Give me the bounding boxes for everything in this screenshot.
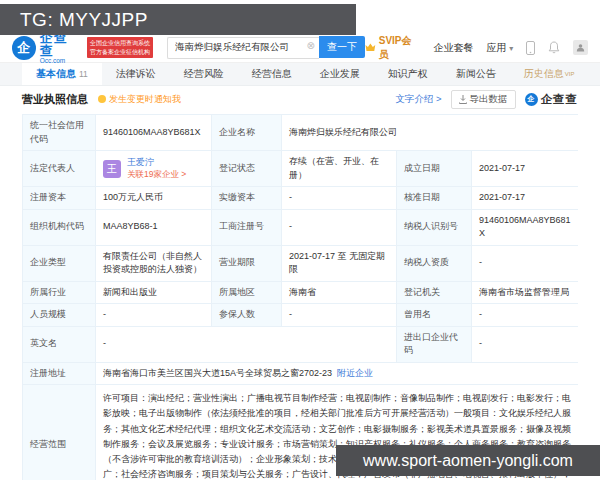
est-date-value: 2021-07-17 [472,151,579,186]
english-name-label: 英文名 [23,327,96,362]
tab-risk[interactable]: 经营风险 [170,63,238,85]
tab-legal[interactable]: 法律诉讼 [102,63,170,85]
insured-count-value: - [282,304,397,326]
biz-term-label: 营业期限 [212,246,282,281]
website-ad-banner: www.sport-aomen-yongli.com [336,445,600,476]
legal-rep-label: 法定代表人 [23,151,96,186]
taxpayer-id-value: 91460106MAA8YB681X [472,210,579,245]
company-tabbar: 基本信息 11 法律诉讼 经营风险 经营信息 企业发展 知识产权 新闻公告 历史… [0,63,600,86]
business-license-table: 统一社会信用代码 91460106MAA8YB681X 企业名称 海南烨归娱乐经… [22,114,578,480]
taxpayer-quality-value: - [472,246,579,281]
section-title: 营业执照信息 [22,92,88,107]
clear-search-icon[interactable]: ⊗ [307,41,315,51]
qcc-logo-icon: 企 [12,36,36,60]
tab-intellectual-property[interactable]: 知识产权 [374,63,442,85]
reg-authority-value: 海南省市场监督管理局 [472,282,579,304]
table-row: 注册资本 100万元人民币 实缴资本 - 核准日期 2021-07-17 [23,187,577,210]
qcc-watermark-logo: 企 企查查 [525,92,579,107]
taxpayer-quality-label: 纳税人资质 [397,246,472,281]
tab-history[interactable]: 历史信息VIP [510,63,589,85]
import-export-code-label: 进出口企业代码 [397,327,472,362]
table-row: 人员规模 - 参保人数 - 曾用名 - [23,304,577,327]
company-type-value: 有限责任公司（非自然人投资或控股的法人独资） [96,246,212,281]
address-label: 注册地址 [23,363,96,385]
paid-capital-value: - [282,187,397,209]
reg-capital-value: 100万元人民币 [96,187,212,209]
import-export-code-value: - [472,327,579,362]
table-row: 企业类型 有限责任公司（非自然人投资或控股的法人独资） 营业期限 2021-07… [23,246,577,282]
certification-badge: 全国企业信用查询系统 官方备案企业征信机构 [87,37,153,57]
nearby-companies-link[interactable]: 附近企业 [337,367,373,381]
biz-reg-no-value: - [282,210,397,245]
text-intro-link[interactable]: 文字介绍 > [395,93,441,106]
vip-badge: VIP [565,71,575,77]
tab-basic-info[interactable]: 基本信息 11 [22,63,102,85]
enterprise-package-link[interactable]: 企业套餐 [434,41,474,55]
former-name-label: 曾用名 [397,304,472,326]
former-name-value: - [472,304,579,326]
change-notify-link[interactable]: 发生变更时通知我 [98,93,181,106]
qcc-company-page: 企 企查查 Qcc.com 全国企业信用查询系统 官方备案企业征信机构 ⊗ 查一… [0,0,600,480]
reg-authority-label: 登记机关 [397,282,472,304]
tab-basic-count: 11 [79,69,88,79]
search-button[interactable]: 查一下 [319,36,365,58]
industry-label: 所属行业 [23,282,96,304]
legal-rep-value: 王 王爱泞 关联19家企业 > [96,151,212,186]
search-input[interactable] [167,37,319,59]
biz-reg-no-label: 工商注册号 [212,210,282,245]
table-row: 所属行业 新闻和出版业 所属地区 海南省 登记机关 海南省市场监督管理局 [23,282,577,305]
credit-code-value: 91460106MAA8YB681X [96,115,212,150]
org-code-label: 组织机构代码 [23,210,96,245]
tab-development[interactable]: 企业发展 [306,63,374,85]
telegram-ad-banner: TG: MYYJJPP [0,4,356,35]
tab-operation[interactable]: 经营信息 [238,63,306,85]
org-code-value: MAA8YB68-1 [96,210,212,245]
bell-icon [98,95,106,103]
staff-size-value: - [96,304,212,326]
table-row: 组织机构代码 MAA8YB68-1 工商注册号 - 纳税人识别号 9146010… [23,210,577,246]
export-data-button[interactable]: 导出数据 [451,90,516,109]
company-name-label: 企业名称 [212,115,282,150]
english-name-value: - [96,327,397,362]
region-label: 所属地区 [212,282,282,304]
approval-date-label: 核准日期 [397,187,472,209]
tab-news[interactable]: 新闻公告 [442,63,510,85]
est-date-label: 成立日期 [397,151,472,186]
table-row: 注册地址 海南省海口市美兰区国兴大道15A号全球贸易之窗2702-23 附近企业 [23,363,577,386]
business-scope-label: 经营范围 [23,385,96,480]
biz-term-value: 2021-07-17 至 无固定期限 [282,246,397,281]
qcc-logo[interactable]: 企 企查查 Qcc.com 全国企业信用查询系统 官方备案企业征信机构 [12,31,153,65]
download-icon [459,95,467,104]
company-type-label: 企业类型 [23,246,96,281]
svip-link[interactable]: SVIP会员 [365,34,421,62]
region-value: 海南省 [282,282,397,304]
related-companies-link[interactable]: 关联19家企业 > [127,169,186,180]
mobile-app-icon[interactable] [526,41,535,55]
apps-menu[interactable]: 应用 ▾ [487,41,514,55]
table-row: 法定代表人 王 王爱泞 关联19家企业 > 登记状态 存续（在营、开业、在册） … [23,151,577,187]
address-value: 海南省海口市美兰区国兴大道15A号全球贸易之窗2702-23 附近企业 [96,363,579,385]
paid-capital-label: 实缴资本 [212,187,282,209]
reg-status-label: 登记状态 [212,151,282,186]
insured-count-label: 参保人数 [212,304,282,326]
staff-size-label: 人员规模 [23,304,96,326]
table-row: 英文名 - 进出口企业代码 - [23,327,577,363]
chevron-down-icon: ▾ [509,44,513,53]
legal-rep-name-link[interactable]: 王爱泞 [127,157,186,169]
user-avatar[interactable] [573,40,588,55]
avatar: 王 [103,160,121,178]
industry-value: 新闻和出版业 [96,282,212,304]
credit-code-label: 统一社会信用代码 [23,115,96,150]
search-bar: ⊗ 查一下 [167,36,365,59]
site-header: 企 企查查 Qcc.com 全国企业信用查询系统 官方备案企业征信机构 ⊗ 查一… [0,33,600,63]
table-row: 统一社会信用代码 91460106MAA8YB681X 企业名称 海南烨归娱乐经… [23,115,577,151]
notification-bell-icon[interactable] [548,41,560,54]
crown-icon [365,43,376,52]
qcc-watermark-icon: 企 [525,93,538,106]
reg-status-value: 存续（在营、开业、在册） [282,151,397,186]
company-name-value: 海南烨归娱乐经纪有限公司 [282,115,579,150]
taxpayer-id-label: 纳税人识别号 [397,210,472,245]
approval-date-value: 2021-07-17 [472,187,579,209]
license-section-header: 营业执照信息 发生变更时通知我 文字介绍 > 导出数据 企 企查查 [0,86,600,112]
reg-capital-label: 注册资本 [23,187,96,209]
